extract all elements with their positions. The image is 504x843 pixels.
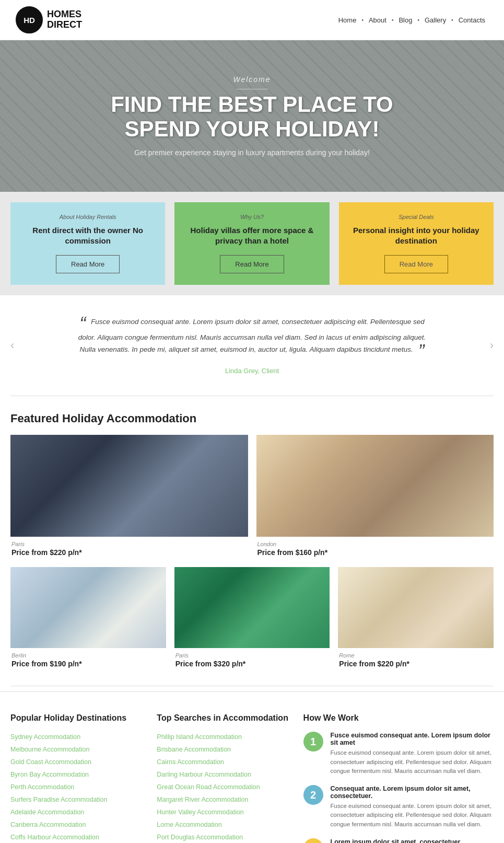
how-number-3: 3 — [303, 838, 323, 843]
feat-price-london: Price from $160 p/n* — [257, 548, 493, 557]
feature-cards-section: About Holiday Rentals Rent direct with t… — [0, 192, 504, 295]
card-why-us: Why Us? Holiday villas offer more space … — [174, 202, 329, 285]
card-yellow-label: Special Deals — [398, 214, 433, 220]
card-special-deals: Special Deals Personal insight into your… — [339, 202, 494, 285]
nav-about[interactable]: About — [366, 16, 390, 24]
testimonial-next[interactable]: › — [490, 339, 494, 352]
list-item[interactable]: Hunter Valley Accommodation — [157, 807, 292, 816]
testimonial-quote: “ Fusce euismod consequat ante. Lorem ip… — [75, 316, 430, 360]
popular-destinations-col: Popular Holiday Destinations Sydney Acco… — [10, 713, 146, 843]
testimonial-section: ‹ “ Fusce euismod consequat ante. Lorem … — [0, 295, 504, 396]
feat-price-paris1: Price from $220 p/n* — [11, 548, 247, 557]
feat-city-berlin: Berlin — [11, 652, 165, 659]
top-searches-list: Phillip Island Accommodation Brisbane Ac… — [157, 732, 292, 841]
featured-title: Featured Holiday Accommodation — [10, 412, 494, 425]
how-heading-1: Fusce euismod consequat ante. Lorem ipsu… — [331, 732, 494, 746]
list-item[interactable]: Adelaide Accommodation — [10, 807, 146, 816]
feat-img-berlin — [10, 567, 166, 648]
card-about-rentals: About Holiday Rentals Rent direct with t… — [10, 202, 165, 285]
footer-divider — [10, 686, 494, 686]
feat-item-london[interactable]: London Price from $160 p/n* — [256, 435, 494, 559]
how-step-1: 1 Fusce euismod consequat ante. Lorem ip… — [303, 732, 494, 776]
how-step-3: 3 Lorem ipsum dolor sit amet, consectetu… — [303, 838, 494, 843]
list-item[interactable]: Lorne Accommodation — [157, 819, 292, 829]
list-item[interactable]: Phillip Island Accommodation — [157, 732, 292, 741]
how-heading-2: Consequat ante. Lorem ipsum dolor sit am… — [331, 785, 494, 800]
feat-city-paris2: Paris — [175, 652, 329, 659]
nav-contacts[interactable]: Contacts — [455, 16, 488, 24]
list-item[interactable]: Darling Harbour Accommodation — [157, 769, 292, 779]
feat-img-paris2 — [174, 567, 330, 648]
list-item[interactable]: Melbourne Accommodation — [10, 744, 146, 754]
hero-title: FIND THE BEST PLACE TO SPEND YOUR HOLIDA… — [83, 93, 422, 141]
testimonial-author: Linda Grey, Client — [31, 367, 473, 375]
top-searches-title: Top Searches in Accommodation — [157, 713, 292, 724]
brand-name: HOMES DIRECT — [47, 9, 82, 30]
main-nav: Home • About • Blog • Gallery • Contacts — [335, 16, 488, 24]
how-we-work-title: How We Work — [303, 713, 494, 724]
feat-info-london: London Price from $160 p/n* — [256, 537, 494, 559]
logo-icon: HD — [16, 6, 43, 33]
hero-welcome: Welcome — [83, 75, 422, 84]
card-green-btn[interactable]: Read More — [220, 255, 284, 273]
feat-info-paris1: Paris Price from $220 p/n* — [10, 537, 248, 559]
feat-city-rome: Rome — [339, 652, 493, 659]
list-item[interactable]: Surfers Paradise Accommodation — [10, 794, 146, 804]
list-item[interactable]: Canberra Accommodation — [10, 819, 146, 829]
card-yellow-btn[interactable]: Read More — [384, 255, 448, 273]
card-green-label: Why Us? — [240, 214, 264, 220]
popular-title: Popular Holiday Destinations — [10, 713, 146, 724]
how-text-1: Fusce euismod consequat ante. Lorem ipsu… — [331, 748, 494, 776]
feat-item-paris2[interactable]: Paris Price from $320 p/n* — [174, 567, 330, 670]
feat-item-rome[interactable]: Rome Price from $220 p/n* — [338, 567, 494, 670]
hero-divider — [237, 89, 268, 89]
featured-section: Featured Holiday Accommodation Paris Pri… — [0, 396, 504, 686]
feat-price-paris2: Price from $320 p/n* — [175, 660, 329, 668]
card-blue-btn[interactable]: Read More — [56, 255, 120, 273]
list-item[interactable]: Byron Bay Accommodation — [10, 769, 146, 779]
how-number-2: 2 — [303, 785, 323, 805]
feat-item-paris1[interactable]: Paris Price from $220 p/n* — [10, 435, 248, 559]
testimonial-prev[interactable]: ‹ — [10, 339, 14, 352]
top-searches-col: Top Searches in Accommodation Phillip Is… — [157, 713, 292, 843]
card-blue-title: Rent direct with the owner No commission — [21, 225, 155, 246]
card-green-title: Holiday villas offer more space & privac… — [185, 225, 319, 246]
feat-price-berlin: Price from $190 p/n* — [11, 660, 165, 668]
list-item[interactable]: Coffs Harbour Accommodation — [10, 832, 146, 841]
popular-list: Sydney Accommodation Melbourne Accommoda… — [10, 732, 146, 841]
list-item[interactable]: Margaret River Accommodation — [157, 794, 292, 804]
card-blue-label: About Holiday Rentals — [60, 214, 116, 220]
featured-bottom-row: Berlin Price from $190 p/n* Paris Price … — [10, 567, 494, 670]
nav-gallery[interactable]: Gallery — [421, 16, 449, 24]
list-item[interactable]: Great Ocean Road Accommodation — [157, 782, 292, 791]
nav-blog[interactable]: Blog — [395, 16, 415, 24]
nav-home[interactable]: Home — [335, 16, 360, 24]
list-item[interactable]: Gold Coast Accommodation — [10, 757, 146, 766]
how-text-2: Fusce euismod consequat ante. Lorem ipsu… — [331, 802, 494, 829]
feat-img-paris1 — [10, 435, 248, 537]
feat-item-berlin[interactable]: Berlin Price from $190 p/n* — [10, 567, 166, 670]
close-quote-icon: ” — [418, 341, 424, 362]
list-item[interactable]: Perth Accommodation — [10, 782, 146, 791]
hero-section: Welcome FIND THE BEST PLACE TO SPEND YOU… — [0, 40, 504, 192]
how-we-work-col: How We Work 1 Fusce euismod consequat an… — [303, 713, 494, 843]
list-item[interactable]: Cairns Accommodation — [157, 757, 292, 766]
list-item[interactable]: Sydney Accommodation — [10, 732, 146, 741]
card-yellow-title: Personal insight into your holiday desti… — [349, 225, 483, 246]
site-header: HD HOMES DIRECT Home • About • Blog • Ga… — [0, 0, 504, 40]
how-number-1: 1 — [303, 732, 323, 752]
list-item[interactable]: Port Douglas Accommodation — [157, 832, 292, 841]
feat-city-paris1: Paris — [11, 541, 247, 547]
feat-city-london: London — [257, 541, 493, 547]
featured-top-row: Paris Price from $220 p/n* London Price … — [10, 435, 494, 559]
footer-top: Popular Holiday Destinations Sydney Acco… — [0, 691, 504, 843]
list-item[interactable]: Brisbane Accommodation — [157, 744, 292, 754]
feat-img-rome — [338, 567, 494, 648]
logo[interactable]: HD HOMES DIRECT — [16, 6, 82, 33]
hero-subtitle: Get premier experience staying in luxury… — [83, 148, 422, 157]
open-quote-icon: “ — [79, 313, 86, 334]
how-heading-3: Lorem ipsum dolor sit amet, consectetuer… — [331, 838, 494, 843]
feat-price-rome: Price from $220 p/n* — [339, 660, 493, 668]
feat-img-london — [256, 435, 494, 537]
how-step-2: 2 Consequat ante. Lorem ipsum dolor sit … — [303, 785, 494, 829]
